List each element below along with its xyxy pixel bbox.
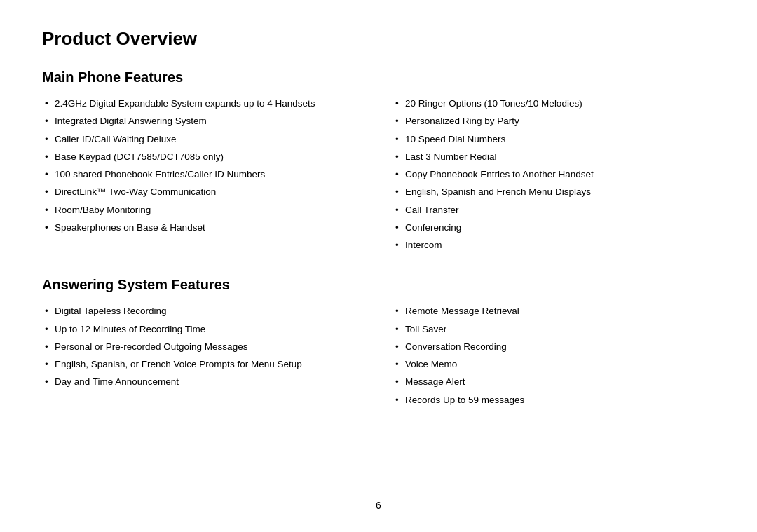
list-item: English, Spanish, or French Voice Prompt…	[42, 357, 364, 371]
list-item: Room/Baby Monitoring	[42, 203, 364, 217]
list-item: Digital Tapeless Recording	[42, 304, 364, 318]
list-item: 100 shared Phonebook Entries/Caller ID N…	[42, 168, 364, 182]
list-item: Last 3 Number Redial	[393, 150, 715, 164]
page-number: 6	[376, 500, 381, 511]
list-item: Conferencing	[393, 221, 715, 235]
list-item: Day and Time Announcement	[42, 375, 364, 389]
main-phone-section: Main Phone Features 2.4GHz Digital Expan…	[42, 69, 715, 256]
answering-section: Answering System Features Digital Tapele…	[42, 277, 715, 411]
main-phone-right-list: 20 Ringer Options (10 Tones/10 Melodies)…	[393, 97, 715, 252]
list-item: Toll Saver	[393, 322, 715, 336]
main-phone-left-col: 2.4GHz Digital Expandable System expands…	[42, 97, 364, 256]
list-item: Integrated Digital Answering System	[42, 114, 364, 128]
list-item: Caller ID/Call Waiting Deluxe	[42, 132, 364, 146]
list-item: Personalized Ring by Party	[393, 114, 715, 128]
answering-left-list: Digital Tapeless RecordingUp to 12 Minut…	[42, 304, 364, 389]
answering-left-col: Digital Tapeless RecordingUp to 12 Minut…	[42, 304, 364, 411]
list-item: Copy Phonebook Entries to Another Handse…	[393, 168, 715, 182]
list-item: DirectLink™ Two-Way Communication	[42, 185, 364, 199]
list-item: Remote Message Retrieval	[393, 304, 715, 318]
list-item: Up to 12 Minutes of Recording Time	[42, 322, 364, 336]
list-item: Message Alert	[393, 375, 715, 389]
answering-columns: Digital Tapeless RecordingUp to 12 Minut…	[42, 304, 715, 411]
list-item: 2.4GHz Digital Expandable System expands…	[42, 97, 364, 111]
list-item: Voice Memo	[393, 357, 715, 371]
main-phone-columns: 2.4GHz Digital Expandable System expands…	[42, 97, 715, 256]
main-phone-left-list: 2.4GHz Digital Expandable System expands…	[42, 97, 364, 235]
answering-title: Answering System Features	[42, 277, 715, 293]
list-item: Records Up to 59 messages	[393, 393, 715, 407]
list-item: 10 Speed Dial Numbers	[393, 132, 715, 146]
page-container: Product Overview Main Phone Features 2.4…	[0, 0, 757, 532]
list-item: Speakerphones on Base & Handset	[42, 221, 364, 235]
answering-right-col: Remote Message RetrievalToll SaverConver…	[393, 304, 715, 411]
page-title: Product Overview	[42, 28, 715, 50]
list-item: Conversation Recording	[393, 340, 715, 354]
list-item: Intercom	[393, 238, 715, 252]
list-item: Base Keypad (DCT7585/DCT7085 only)	[42, 150, 364, 164]
list-item: Call Transfer	[393, 203, 715, 217]
answering-right-list: Remote Message RetrievalToll SaverConver…	[393, 304, 715, 407]
main-phone-title: Main Phone Features	[42, 69, 715, 86]
list-item: 20 Ringer Options (10 Tones/10 Melodies)	[393, 97, 715, 111]
list-item: Personal or Pre-recorded Outgoing Messag…	[42, 340, 364, 354]
main-phone-right-col: 20 Ringer Options (10 Tones/10 Melodies)…	[393, 97, 715, 256]
list-item: English, Spanish and French Menu Display…	[393, 185, 715, 199]
